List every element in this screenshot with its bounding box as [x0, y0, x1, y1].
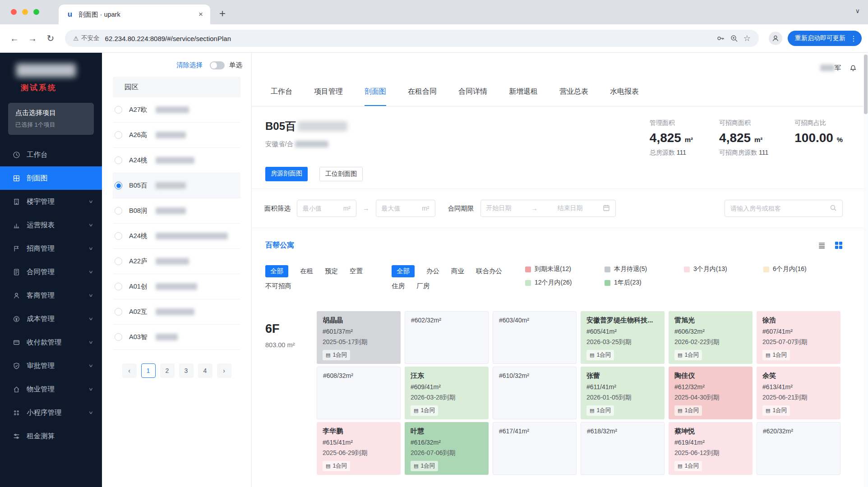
filter-all-lease[interactable]: 全部 — [265, 265, 288, 277]
park-list-item[interactable]: B08润 — [113, 198, 240, 224]
page-button-2[interactable]: 2 — [160, 363, 175, 378]
filter-commercial[interactable]: 商业 — [451, 267, 464, 276]
page-button-1[interactable]: 1 — [141, 363, 156, 378]
close-window-button[interactable] — [11, 9, 17, 15]
sidebar-item-operation-report[interactable]: 运营报表 ∨ — [0, 213, 102, 237]
radio-icon[interactable] — [115, 308, 122, 316]
grid-view-icon[interactable] — [835, 241, 843, 249]
tab-search-icon[interactable]: ∨ — [855, 7, 860, 14]
park-list-item[interactable]: A03智 — [113, 325, 240, 350]
room-card[interactable]: 汪东 #609/41m² 2026-03-28到期 ▤1合同 — [405, 367, 489, 419]
back-button[interactable]: ← — [6, 33, 23, 44]
filter-not-leasable[interactable]: 不可招商 — [265, 282, 291, 290]
date-range-picker[interactable]: 开始日期 → 结束日期 — [480, 200, 616, 217]
filter-office[interactable]: 办公 — [426, 267, 439, 276]
room-card[interactable]: #602/32m² — [405, 311, 489, 364]
room-card[interactable]: 安徽普罗缇生物科技... #605/41m² 2026-03-25到期 ▤1合同 — [581, 311, 665, 364]
park-list-item[interactable]: A01创 — [113, 274, 240, 299]
room-card[interactable]: 叶慧 #616/32m² 2026-07-06到期 ▤1合同 — [405, 422, 489, 475]
building-name-link[interactable]: 百帮公寓 — [265, 241, 294, 250]
forward-button[interactable]: → — [24, 33, 41, 44]
next-page-button[interactable]: › — [217, 363, 231, 378]
sidebar-item-miniapp-mgmt[interactable]: 小程序管理 ∨ — [0, 401, 102, 424]
tab-section-plan[interactable]: 剖面图 — [365, 78, 386, 106]
max-area-field[interactable] — [382, 205, 419, 212]
room-card[interactable]: 蔡坤悦 #619/41m² 2025-06-12到期 ▤1合同 — [669, 422, 753, 475]
room-card[interactable]: #620/32m² — [757, 422, 840, 475]
list-view-icon[interactable]: ≣ — [818, 240, 826, 251]
room-card[interactable]: #608/32m² — [317, 367, 401, 419]
reload-button[interactable]: ↻ — [42, 33, 59, 44]
min-area-field[interactable] — [303, 205, 340, 212]
park-list-item[interactable]: A24桃 — [113, 148, 240, 173]
filter-rented[interactable]: 在租 — [300, 267, 313, 276]
min-area-input[interactable]: m² — [297, 200, 356, 217]
radio-icon[interactable] — [115, 257, 122, 265]
sidebar-item-approval-mgmt[interactable]: 审批管理 ∨ — [0, 354, 102, 377]
room-card[interactable]: #618/32m² — [581, 422, 665, 475]
room-card[interactable]: #610/32m² — [493, 367, 577, 419]
tab-business-summary[interactable]: 营业总表 — [559, 78, 588, 106]
filter-vacant[interactable]: 空置 — [350, 267, 363, 276]
prev-page-button[interactable]: ‹ — [122, 363, 137, 378]
room-card[interactable]: 余笑 #613/41m² 2025-06-21到期 ▤1合同 — [757, 367, 840, 419]
user-name[interactable]: 军 — [818, 64, 841, 72]
page-button-3[interactable]: 3 — [179, 363, 194, 378]
sidebar-item-section-plan[interactable]: 剖面图 — [0, 166, 102, 190]
sidebar-item-building-mgmt[interactable]: 楼宇管理 ∨ — [0, 190, 102, 213]
zoom-window-button[interactable] — [33, 9, 39, 15]
room-card[interactable]: 张蕾 #611/41m² 2026-01-05到期 ▤1合同 — [581, 367, 665, 419]
radio-icon[interactable] — [115, 283, 122, 290]
close-tab-icon[interactable]: × — [199, 10, 203, 19]
park-list-item[interactable]: A26高 — [113, 123, 240, 148]
sidebar-item-cost-mgmt[interactable]: 成本管理 ∨ — [0, 307, 102, 331]
tab-project-mgmt[interactable]: 项目管理 — [314, 78, 343, 106]
notification-bell-icon[interactable] — [849, 64, 857, 72]
room-card[interactable]: 胡晶晶 #601/37m² 2025-05-17到期 ▤1合同 — [317, 311, 401, 364]
tab-workbench[interactable]: 工作台 — [271, 78, 292, 106]
bookmark-star-icon[interactable]: ☆ — [743, 33, 751, 43]
tab-new-checkout[interactable]: 新增退租 — [509, 78, 538, 106]
tab-rental-contracts[interactable]: 在租合同 — [408, 78, 437, 106]
radio-icon[interactable] — [115, 106, 122, 114]
filter-factory[interactable]: 厂房 — [416, 282, 429, 290]
park-list-item-selected[interactable]: B05百 — [113, 173, 240, 198]
browser-menu-icon[interactable]: ⋮ — [850, 34, 857, 43]
search-field[interactable] — [730, 205, 826, 212]
room-card[interactable]: 雷旭光 #606/32m² 2026-02-22到期 ▤1合同 — [669, 311, 753, 364]
radio-icon[interactable] — [115, 333, 122, 341]
scrollbar-thumb[interactable] — [864, 55, 868, 114]
browser-tab[interactable]: u 剖面图 · upark × — [59, 5, 210, 24]
page-button-4[interactable]: 4 — [198, 363, 212, 378]
room-card[interactable]: 徐浩 #607/41m² 2025-07-07到期 ▤1合同 — [757, 311, 840, 364]
radio-icon[interactable] — [115, 232, 122, 240]
new-tab-button[interactable]: + — [219, 7, 226, 20]
page-scrollbar[interactable] — [863, 53, 868, 487]
tab-contract-detail[interactable]: 合同详情 — [458, 78, 487, 106]
park-list-item[interactable]: A27欧 — [113, 97, 240, 123]
project-selector[interactable]: 点击选择项目 已选择 1个项目 — [8, 103, 94, 135]
security-status[interactable]: ⚠ 不安全 — [73, 34, 100, 42]
park-list-item[interactable]: A02互 — [113, 299, 240, 325]
max-area-input[interactable]: m² — [376, 200, 435, 217]
filter-coworking[interactable]: 联合办公 — [476, 267, 502, 276]
filter-all-type[interactable]: 全部 — [392, 265, 415, 277]
zoom-icon[interactable] — [730, 34, 738, 42]
search-input[interactable] — [725, 200, 843, 217]
radio-checked-icon[interactable] — [115, 182, 122, 189]
park-list-item[interactable]: A24桃 — [113, 224, 240, 249]
filter-reserved[interactable]: 预定 — [325, 267, 338, 276]
room-plan-toggle[interactable]: 房源剖面图 — [265, 167, 308, 181]
password-key-icon[interactable] — [716, 34, 725, 42]
sidebar-item-customer-mgmt[interactable]: 客商管理 ∨ — [0, 284, 102, 307]
sidebar-item-contract-mgmt[interactable]: 合同管理 ∨ — [0, 260, 102, 284]
minimize-window-button[interactable] — [22, 9, 28, 15]
sidebar-item-property-mgmt[interactable]: 物业管理 ∨ — [0, 377, 102, 401]
room-card[interactable]: #617/41m² — [493, 422, 577, 475]
browser-profile-avatar[interactable] — [769, 32, 782, 45]
sidebar-item-payment-mgmt[interactable]: 收付款管理 ∨ — [0, 331, 102, 354]
room-card[interactable]: 陶佳仪 #612/32m² 2025-04-30到期 ▤1合同 — [669, 367, 753, 419]
address-bar[interactable]: ⚠ 不安全 62.234.80.224:8089/#/service/secti… — [65, 30, 759, 47]
sidebar-item-rent-calc[interactable]: 租金测算 — [0, 424, 102, 448]
radio-icon[interactable] — [115, 131, 122, 139]
